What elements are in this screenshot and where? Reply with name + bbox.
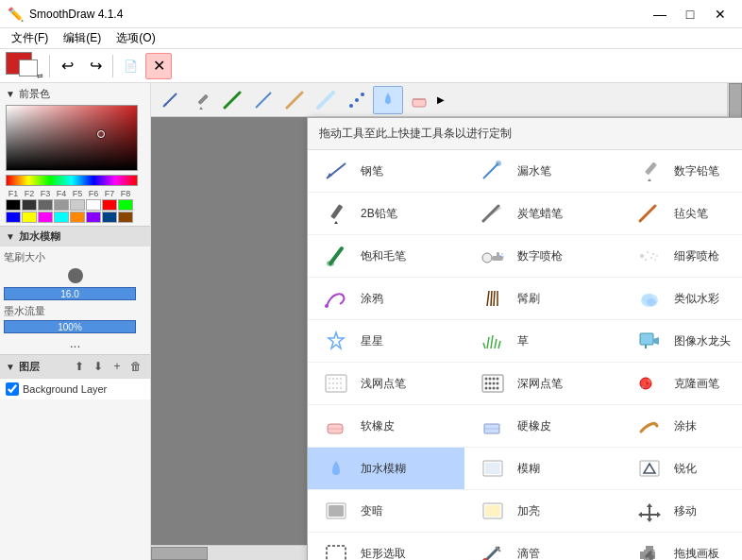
redo-button[interactable]: ↪ xyxy=(82,53,109,79)
layer-visibility-checkbox[interactable] xyxy=(6,382,19,396)
color-swap-icon[interactable]: ⇄ xyxy=(37,72,43,80)
tool-item-waterblur[interactable]: 加水模糊 xyxy=(308,448,464,490)
tool-item-digital-pencil[interactable]: 数字铅笔 xyxy=(621,150,742,193)
tool-item-clone[interactable]: 📌 克隆画笔 xyxy=(621,363,742,405)
tool-item-lighten[interactable]: 加亮 xyxy=(464,490,621,533)
swatch-magenta[interactable] xyxy=(38,212,53,223)
tool-item-sharpen[interactable]: 锐化 xyxy=(621,448,742,490)
dots-row: ... xyxy=(4,335,146,350)
danger-button[interactable]: ✕ xyxy=(145,53,172,79)
maximize-button[interactable]: □ xyxy=(676,5,704,24)
scrollbar-vertical-thumb[interactable] xyxy=(729,83,742,121)
tool-item-dragcanvas[interactable]: 拖拽画板 xyxy=(621,533,742,560)
swatch-white[interactable] xyxy=(86,199,101,211)
new-button[interactable]: 📄 xyxy=(117,53,143,79)
svg-rect-53 xyxy=(640,333,653,345)
layer-delete-button[interactable]: 🗑 xyxy=(127,358,144,375)
size-slider-container[interactable]: 16.0 xyxy=(4,287,146,300)
swatch-cyan[interactable] xyxy=(54,212,69,223)
layer-down-button[interactable]: ⬇ xyxy=(90,358,107,375)
brush-tool-3[interactable] xyxy=(217,86,247,114)
swatch-blue[interactable] xyxy=(6,212,21,223)
size-slider-track[interactable]: 16.0 xyxy=(4,287,136,300)
tool-item-rectselect[interactable]: 矩形选取 xyxy=(308,533,464,560)
svg-point-38 xyxy=(656,255,658,257)
swatch-lightgray[interactable] xyxy=(70,199,85,211)
swatch-red[interactable] xyxy=(102,199,117,211)
tool-item-softeraser[interactable]: 软橡皮 xyxy=(308,405,464,448)
menu-options[interactable]: 选项(O) xyxy=(109,28,162,48)
tool-item-felttip[interactable]: 毡尖笔 xyxy=(621,193,742,235)
swatch-gray[interactable] xyxy=(38,199,53,211)
tool-item-finespray[interactable]: 细雾喷枪 xyxy=(621,235,742,278)
blur-section-header[interactable]: ▼ 加水模糊 xyxy=(0,226,150,246)
tool-item-darkdots[interactable]: 深网点笔 xyxy=(464,363,621,405)
tool-item-watercolor[interactable]: 类似水彩 xyxy=(621,278,742,320)
tool-item-graffiti[interactable]: 涂鸦 xyxy=(308,278,464,320)
f3-label: F3 xyxy=(38,189,53,198)
tool-item-star[interactable]: 星星 xyxy=(308,320,464,363)
color-swatch-area[interactable]: ⇄ xyxy=(4,50,45,82)
tool-item-grass[interactable]: 草 xyxy=(464,320,621,363)
background-color-swatch[interactable] xyxy=(19,59,38,76)
tool-item-imagefaucet[interactable]: 图像水龙头 xyxy=(621,320,742,363)
swatch-darkgray[interactable] xyxy=(22,199,37,211)
svg-point-36 xyxy=(652,253,654,255)
layer-background[interactable]: Background Layer xyxy=(0,378,150,399)
tool-item-move[interactable]: 移动 xyxy=(621,490,742,533)
tool-item-spray[interactable]: 数字喷枪 xyxy=(464,235,621,278)
swatch-brown[interactable] xyxy=(118,212,133,223)
tool-item-brush[interactable]: 饱和毛笔 xyxy=(308,235,464,278)
layer-add-button[interactable]: + xyxy=(109,358,126,375)
canvas-area[interactable]: ▶ 拖动工具至此上快捷工具条以进行定制 钢笔 漏水笔 xyxy=(151,83,742,560)
digital-pencil-icon xyxy=(634,158,665,184)
swatch-yellow[interactable] xyxy=(22,212,37,223)
color-cursor xyxy=(97,130,105,138)
tool-item-bristle[interactable]: 髯刷 xyxy=(464,278,621,320)
swatch-darkblue[interactable] xyxy=(102,212,117,223)
scrollbar-horizontal-thumb[interactable] xyxy=(151,547,208,560)
titlebar-left: ✏️ SmoothDraw 4.1.4 xyxy=(8,7,123,22)
brush-tool-5[interactable] xyxy=(279,86,310,114)
undo-button[interactable]: ↩ xyxy=(54,53,80,79)
color-gradient[interactable] xyxy=(6,105,138,171)
svg-marker-95 xyxy=(638,503,661,522)
toolbar-sep-2 xyxy=(112,55,113,77)
tool-item-charcoal[interactable]: 炭笔蜡笔 xyxy=(464,193,621,235)
ink-slider[interactable]: 100% xyxy=(4,320,136,333)
swatch-black[interactable] xyxy=(6,199,21,211)
softeraser-label: 软橡皮 xyxy=(361,418,395,434)
blur-section-label: 加水模糊 xyxy=(19,229,144,244)
tool-item-pen[interactable]: 钢笔 xyxy=(308,150,464,193)
layer-up-button[interactable]: ⬆ xyxy=(71,358,88,375)
swatch-orange[interactable] xyxy=(70,212,85,223)
tool-item-harderaser[interactable]: 硬橡皮 xyxy=(464,405,621,448)
hue-slider[interactable] xyxy=(6,175,138,186)
brush-tool-pencil[interactable] xyxy=(186,86,216,114)
swatch-midgray[interactable] xyxy=(54,199,69,211)
brush-tool-water[interactable] xyxy=(373,86,403,114)
foreground-section: ▼ 前景色 F1 F2 F3 F4 F5 F6 F7 F8 xyxy=(0,83,150,226)
menu-file[interactable]: 文件(F) xyxy=(4,28,56,48)
tool-item-lightdots[interactable]: 浅网点笔 xyxy=(308,363,464,405)
swatch-green[interactable] xyxy=(118,199,133,211)
tool-item-leakpen[interactable]: 漏水笔 xyxy=(464,150,621,193)
close-button[interactable]: ✕ xyxy=(706,5,734,24)
swatch-purple[interactable] xyxy=(86,212,101,223)
minimize-button[interactable]: — xyxy=(646,5,674,24)
brush-tool-7[interactable] xyxy=(342,86,372,114)
brush-tool-4[interactable] xyxy=(248,86,278,114)
layers-collapse-icon[interactable]: ▼ xyxy=(6,362,15,372)
brush-tool-6[interactable] xyxy=(311,86,341,114)
tool-item-blur2[interactable]: 模糊 xyxy=(464,448,621,490)
size-circle-container xyxy=(4,268,146,283)
tool-item-2bpencil[interactable]: 2B铅笔 xyxy=(308,193,464,235)
brush-toolbar-arrow[interactable]: ▶ xyxy=(435,93,447,107)
svg-point-60 xyxy=(329,382,330,384)
tool-item-darken[interactable]: 变暗 xyxy=(308,490,464,533)
brush-tool-pen[interactable] xyxy=(155,86,185,114)
menu-edit[interactable]: 编辑(E) xyxy=(56,28,109,48)
tool-item-smear[interactable]: 涂抹 xyxy=(621,405,742,448)
tool-item-eyedropper[interactable]: 滴管 xyxy=(464,533,621,560)
brush-tool-eraser[interactable] xyxy=(404,86,434,114)
